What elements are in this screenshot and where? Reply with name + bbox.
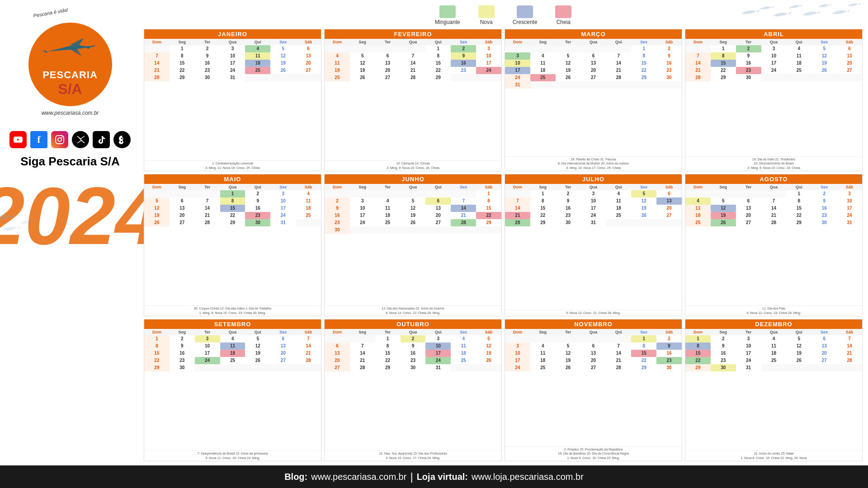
day-cell-17: 17 <box>350 212 375 219</box>
day-cell-16: 16 <box>656 350 682 357</box>
month-notes-4: 30: Corpus Christi 12: Dia das mães 1: D… <box>144 305 321 316</box>
day-cell-15: 15 <box>144 350 170 357</box>
day-cell-26: 26 <box>350 74 375 81</box>
twitter-x-icon[interactable] <box>72 131 89 148</box>
day-cell-empty <box>325 190 350 197</box>
day-header-sex: Sex <box>811 39 837 45</box>
day-cell-21: 21 <box>195 212 220 219</box>
day-cell-21: 21 <box>505 212 530 219</box>
month-notes-10: 2: Finados 15: Proclamação da República … <box>505 446 682 461</box>
month-block-julho: JULHODomSegTerQuaQuiSexSáb12345678910111… <box>505 174 682 316</box>
day-cell-26: 26 <box>711 219 736 226</box>
day-cell-6: 6 <box>375 52 401 60</box>
day-cell-19: 19 <box>401 212 426 219</box>
day-cell-14: 14 <box>296 343 321 350</box>
day-cell-empty <box>786 74 811 81</box>
day-cell-19: 19 <box>786 350 811 357</box>
day-cell-empty <box>245 364 270 371</box>
logo-circle: PESCARIA S/A www.pescariasa.com.br <box>28 23 112 106</box>
tagline-text: Pescaria é vida! <box>33 7 68 18</box>
day-cell-15: 15 <box>530 205 556 212</box>
svg-point-4 <box>61 137 63 138</box>
month-notes-3: 19: Dia do Índio 21: Tiradentes 22: Desc… <box>685 156 862 171</box>
day-cell-2: 2 <box>811 190 837 197</box>
day-header-qui: Qui <box>245 184 270 190</box>
day-cell-9: 9 <box>811 197 837 205</box>
day-cell-1: 1 <box>711 45 736 52</box>
day-cell-28: 28 <box>144 74 170 81</box>
day-cell-5: 5 <box>711 197 736 205</box>
day-header-dom: Dom <box>685 39 711 45</box>
day-cell-10: 10 <box>270 197 296 205</box>
month-block-dezembro: DEZEMBRODomSegTerQuaQuiSexSáb12345678910… <box>685 319 863 461</box>
day-cell-19: 19 <box>144 212 170 219</box>
day-header-dom: Dom <box>144 329 170 335</box>
day-cell-27: 27 <box>325 364 350 371</box>
day-cell-15: 15 <box>375 350 401 357</box>
day-cell-6: 6 <box>656 190 682 197</box>
day-cell-14: 14 <box>144 60 170 67</box>
day-cell-1: 1 <box>170 45 195 52</box>
moon-minguante-item: Minguante <box>435 5 460 25</box>
day-cell-17: 17 <box>476 60 501 67</box>
day-cell-5: 5 <box>786 335 811 343</box>
threads-icon[interactable] <box>113 131 131 148</box>
day-cell-10: 10 <box>736 343 761 350</box>
day-cell-empty <box>350 45 375 52</box>
day-cell-empty <box>350 226 375 234</box>
day-cell-16: 16 <box>556 205 581 212</box>
day-cell-24: 24 <box>505 364 530 371</box>
day-header-qua: Qua <box>581 184 606 190</box>
day-cell-8: 8 <box>530 197 556 205</box>
day-cell-18: 18 <box>606 205 631 212</box>
day-header-dom: Dom <box>505 329 530 335</box>
day-cell-13: 13 <box>581 350 606 357</box>
day-header-sáb: Sáb <box>476 39 501 45</box>
day-cell-6: 6 <box>425 197 451 205</box>
instagram-icon[interactable] <box>51 131 68 148</box>
day-header-ter: Ter <box>195 329 220 335</box>
day-cell-22: 22 <box>220 212 245 219</box>
day-cell-20: 20 <box>170 212 195 219</box>
day-cell-9: 9 <box>245 197 270 205</box>
day-cell-25: 25 <box>530 74 556 81</box>
day-cell-17: 17 <box>270 205 296 212</box>
day-cell-21: 21 <box>606 67 631 74</box>
day-cell-11: 11 <box>530 350 556 357</box>
day-cell-12: 12 <box>556 60 581 67</box>
day-cell-18: 18 <box>685 212 711 219</box>
day-cell-12: 12 <box>476 343 501 350</box>
day-cell-1: 1 <box>425 45 451 52</box>
day-cell-15: 15 <box>425 60 451 67</box>
day-cell-5: 5 <box>811 45 837 52</box>
moon-minguante-label: Minguante <box>435 19 460 25</box>
month-notes-8: 7: Independência do Brasil 22: Início da… <box>144 450 321 461</box>
facebook-icon[interactable]: f <box>30 131 47 148</box>
day-cell-24: 24 <box>837 212 862 219</box>
moon-nova-box <box>478 5 495 18</box>
day-header-qui: Qui <box>425 329 451 335</box>
day-cell-14: 14 <box>685 60 711 67</box>
tiktok-icon[interactable] <box>93 131 110 148</box>
month-notes-9: 12: Nsa. Sra. Aparecida 15: Dia dos Prof… <box>325 450 501 461</box>
day-cell-24: 24 <box>581 212 606 219</box>
day-cell-1: 1 <box>375 335 401 343</box>
day-cell-16: 16 <box>325 212 350 219</box>
day-header-seg: Seg <box>711 329 736 335</box>
youtube-icon[interactable] <box>9 131 27 148</box>
day-cell-empty <box>325 335 350 343</box>
day-cell-29: 29 <box>144 364 170 371</box>
month-block-setembro: SETEMBRODomSegTerQuaQuiSexSáb12345678910… <box>144 319 321 461</box>
day-cell-20: 20 <box>270 350 296 357</box>
day-header-sáb: Sáb <box>656 39 682 45</box>
day-header-qua: Qua <box>581 329 606 335</box>
day-cell-4: 4 <box>245 45 270 52</box>
day-cell-4: 4 <box>451 335 476 343</box>
day-cell-16: 16 <box>195 60 220 67</box>
day-cell-empty <box>761 364 787 371</box>
day-header-seg: Seg <box>711 184 736 190</box>
day-cell-2: 2 <box>736 45 761 52</box>
day-cell-9: 9 <box>711 343 736 350</box>
day-header-sex: Sex <box>270 39 296 45</box>
day-cell-empty <box>505 190 530 197</box>
